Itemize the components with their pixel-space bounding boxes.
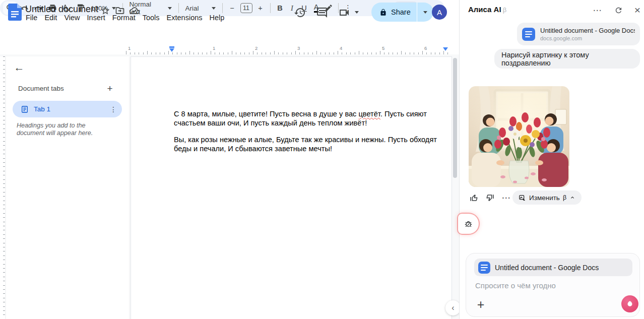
thumbs-down-button[interactable] (484, 192, 496, 204)
font-family-value: Arial (185, 5, 199, 12)
share-dropdown[interactable] (417, 3, 433, 22)
chevron-left-icon: ‹ (452, 303, 454, 312)
bug-icon (464, 219, 473, 229)
attached-document-card[interactable]: Untitled document - Google Docs docs.goo… (517, 23, 640, 45)
document-scrollbar[interactable] (453, 58, 457, 178)
font-family-select[interactable]: Arial (182, 5, 219, 12)
document-page[interactable]: С 8 марта, милые, цветите! Пусть весна в… (131, 56, 452, 319)
menu-extensions[interactable]: Extensions (163, 13, 206, 22)
attach-plus-button[interactable]: + (473, 297, 488, 312)
thumbs-up-icon (469, 193, 479, 203)
ruler-ticks (126, 44, 448, 54)
google-docs-window: Untitled document File Edit View Insert … (0, 0, 459, 319)
version-history-icon[interactable] (294, 7, 306, 19)
response-more-button[interactable]: ⋯ (500, 192, 512, 204)
ruler-number: 5 (382, 45, 384, 51)
account-avatar[interactable]: A (432, 5, 447, 20)
chat-composer[interactable]: Untitled document - Google Docs Спросите… (466, 253, 640, 317)
menu-tools[interactable]: Tools (139, 13, 163, 22)
alice-logo-icon (625, 299, 634, 308)
tab-1-label: Tab 1 (34, 105, 50, 113)
meet-caret-icon[interactable] (355, 11, 359, 14)
document-tabs-panel: ← Document tabs + Tab 1 ⋮ Headings you a… (6, 56, 129, 319)
menubar: File Edit View Insert Format Tools Exten… (22, 13, 228, 22)
alice-voice-button[interactable] (621, 295, 638, 312)
share-button-main[interactable]: Share (371, 3, 417, 22)
edit-beta-badge: β (563, 194, 566, 201)
message-input[interactable]: Спросите о чём угодно (475, 281, 556, 290)
ruler-number: 6 (424, 45, 427, 51)
refresh-icon (614, 6, 623, 15)
lock-icon (379, 9, 387, 16)
ruler-number: 3 (297, 45, 300, 51)
comments-icon[interactable] (316, 7, 328, 19)
left-indent-marker[interactable] (169, 48, 174, 52)
google-docs-logo-icon[interactable] (8, 4, 22, 21)
collapse-panel-button[interactable]: ‹ (445, 300, 459, 315)
google-docs-icon (478, 262, 490, 274)
doc-paragraph-1: С 8 марта, милые, цветите! Пусть весна в… (174, 109, 444, 127)
attached-doc-title: Untitled document - Google Docs (540, 27, 635, 34)
toolbar-divider (222, 3, 223, 13)
tab-options-kebab-icon[interactable]: ⋮ (110, 105, 117, 113)
document-text[interactable]: С 8 марта, милые, цветите! Пусть весна в… (174, 109, 444, 161)
share-caret-icon (423, 11, 427, 14)
horizontal-ruler[interactable]: 1 1 2 3 4 5 6 (0, 44, 459, 54)
composer-chip-label: Untitled document - Google Docs (495, 264, 599, 272)
flowers-scene-illustration (469, 86, 569, 187)
vertical-ruler[interactable] (0, 56, 5, 319)
edit-image-button[interactable]: Изменить β (512, 190, 582, 205)
panel-title: Алиса AIβ (468, 5, 506, 14)
doc-text-run: С 8 марта, милые, цветите! Пусть весна в… (174, 110, 358, 118)
menu-edit[interactable]: Edit (41, 13, 60, 22)
ruler-number: 1 (128, 45, 131, 51)
misspelled-word: цветёт (358, 110, 380, 118)
chevron-up-icon (569, 195, 575, 201)
tabs-panel-header: Document tabs (18, 85, 64, 92)
bold-button[interactable]: B (274, 2, 286, 15)
beta-badge: β (503, 6, 506, 14)
ruler-number: 4 (340, 45, 342, 51)
panel-title-text: Алиса AI (468, 5, 501, 14)
style-caret-icon (168, 7, 172, 10)
edit-button-label: Изменить (529, 194, 560, 202)
font-size-input[interactable]: 11 (240, 3, 252, 13)
meet-camera-icon[interactable] (338, 7, 350, 19)
menu-format[interactable]: Format (109, 13, 139, 22)
tab-1[interactable]: Tab 1 ⋮ (13, 101, 122, 117)
share-label: Share (391, 8, 411, 16)
attached-doc-url: docs.google.com (540, 35, 635, 41)
alice-ai-panel: Алиса AIβ ⋯ × Untitled document - Google… (459, 0, 644, 319)
edit-image-icon (519, 194, 526, 202)
share-button[interactable]: Share (371, 3, 433, 22)
ruler-number: 2 (255, 45, 257, 51)
doc-paragraph-2: Вы, как розы нежные и алые, Будьте так ж… (174, 135, 444, 153)
toolbar-divider (270, 3, 271, 13)
google-docs-icon (522, 28, 535, 41)
generated-image[interactable] (469, 86, 569, 187)
tab-document-icon (21, 105, 29, 113)
new-chat-refresh-button[interactable] (612, 4, 624, 16)
ruler-number: 1 (213, 45, 215, 51)
toolbar-divider (178, 3, 179, 13)
font-caret-icon (212, 7, 216, 10)
tabs-hint-text: Headings you add to the document will ap… (17, 122, 113, 138)
add-tab-button[interactable]: + (103, 82, 117, 96)
menu-file[interactable]: File (22, 13, 41, 22)
thumbs-up-button[interactable] (468, 192, 480, 204)
first-line-indent-marker[interactable] (169, 46, 174, 48)
menu-insert[interactable]: Insert (84, 13, 109, 22)
user-message-bubble: Нарисуй картинку к этому поздравлению (494, 49, 640, 69)
composer-document-chip[interactable]: Untitled document - Google Docs (474, 259, 632, 276)
close-panel-button[interactable]: × (631, 4, 643, 16)
back-arrow-icon[interactable]: ← (12, 60, 26, 75)
right-indent-marker[interactable] (443, 47, 448, 51)
thumbs-down-icon (485, 193, 495, 203)
panel-more-button[interactable]: ⋯ (591, 4, 603, 16)
debug-bug-button[interactable] (458, 214, 479, 234)
menu-help[interactable]: Help (206, 13, 228, 22)
font-size-increase-button[interactable]: + (254, 2, 267, 15)
menu-view[interactable]: View (60, 13, 83, 22)
